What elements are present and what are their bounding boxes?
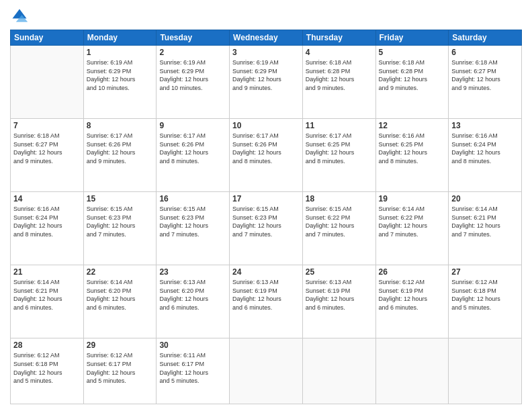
- day-number: 11: [306, 121, 373, 130]
- calendar-cell: 25Sunrise: 6:13 AM Sunset: 6:19 PM Dayli…: [302, 265, 375, 338]
- day-number: 21: [13, 267, 81, 277]
- day-number: 17: [232, 194, 300, 203]
- day-number: 20: [451, 194, 519, 203]
- day-info: Sunrise: 6:14 AM Sunset: 6:20 PM Dayligh…: [87, 278, 154, 312]
- calendar-cell: 6Sunrise: 6:18 AM Sunset: 6:27 PM Daylig…: [449, 46, 522, 119]
- day-info: Sunrise: 6:19 AM Sunset: 6:29 PM Dayligh…: [232, 58, 300, 92]
- day-number: 19: [379, 194, 446, 203]
- calendar-cell: 12Sunrise: 6:16 AM Sunset: 6:25 PM Dayli…: [375, 119, 449, 192]
- calendar-cell: 8Sunrise: 6:17 AM Sunset: 6:26 PM Daylig…: [83, 119, 157, 192]
- calendar-cell: 4Sunrise: 6:18 AM Sunset: 6:28 PM Daylig…: [302, 46, 375, 119]
- day-number: 5: [379, 48, 446, 57]
- day-number: 2: [159, 48, 226, 57]
- day-info: Sunrise: 6:16 AM Sunset: 6:24 PM Dayligh…: [13, 205, 81, 238]
- day-info: Sunrise: 6:19 AM Sunset: 6:29 PM Dayligh…: [159, 58, 226, 92]
- calendar-cell: [11, 46, 84, 119]
- calendar-cell: 3Sunrise: 6:19 AM Sunset: 6:29 PM Daylig…: [230, 46, 303, 119]
- day-info: Sunrise: 6:15 AM Sunset: 6:22 PM Dayligh…: [306, 205, 373, 238]
- weekday-header: Saturday: [449, 30, 522, 46]
- weekday-header: Wednesday: [230, 30, 303, 46]
- header: [10, 7, 522, 26]
- day-info: Sunrise: 6:17 AM Sunset: 6:26 PM Dayligh…: [87, 132, 154, 165]
- day-info: Sunrise: 6:14 AM Sunset: 6:21 PM Dayligh…: [451, 205, 519, 238]
- day-number: 3: [232, 48, 300, 57]
- calendar-cell: 15Sunrise: 6:15 AM Sunset: 6:23 PM Dayli…: [83, 192, 157, 265]
- page: SundayMondayTuesdayWednesdayThursdayFrid…: [0, 0, 532, 411]
- calendar-cell: [230, 338, 303, 404]
- day-info: Sunrise: 6:18 AM Sunset: 6:28 PM Dayligh…: [306, 58, 373, 92]
- day-info: Sunrise: 6:13 AM Sunset: 6:20 PM Dayligh…: [159, 278, 226, 312]
- day-info: Sunrise: 6:15 AM Sunset: 6:23 PM Dayligh…: [87, 205, 154, 238]
- day-info: Sunrise: 6:12 AM Sunset: 6:18 PM Dayligh…: [451, 278, 519, 312]
- day-info: Sunrise: 6:18 AM Sunset: 6:27 PM Dayligh…: [13, 132, 81, 165]
- calendar-cell: 30Sunrise: 6:11 AM Sunset: 6:17 PM Dayli…: [157, 338, 230, 404]
- day-number: 23: [159, 267, 226, 277]
- calendar-cell: [449, 338, 522, 404]
- day-number: 9: [159, 121, 226, 130]
- weekday-header: Friday: [375, 30, 449, 46]
- day-info: Sunrise: 6:15 AM Sunset: 6:23 PM Dayligh…: [159, 205, 226, 238]
- weekday-header: Monday: [83, 30, 157, 46]
- calendar-cell: 17Sunrise: 6:15 AM Sunset: 6:23 PM Dayli…: [230, 192, 303, 265]
- calendar-cell: 5Sunrise: 6:18 AM Sunset: 6:28 PM Daylig…: [375, 46, 449, 119]
- weekday-header: Tuesday: [157, 30, 230, 46]
- day-number: 16: [159, 194, 226, 203]
- day-number: 1: [87, 48, 154, 57]
- day-number: 22: [87, 267, 154, 277]
- calendar-cell: 9Sunrise: 6:17 AM Sunset: 6:26 PM Daylig…: [157, 119, 230, 192]
- calendar-cell: 22Sunrise: 6:14 AM Sunset: 6:20 PM Dayli…: [83, 265, 157, 338]
- day-number: 30: [159, 340, 226, 350]
- day-number: 24: [232, 267, 300, 277]
- calendar-cell: 14Sunrise: 6:16 AM Sunset: 6:24 PM Dayli…: [11, 192, 84, 265]
- day-info: Sunrise: 6:18 AM Sunset: 6:27 PM Dayligh…: [451, 58, 519, 92]
- day-number: 7: [13, 121, 81, 130]
- day-info: Sunrise: 6:11 AM Sunset: 6:17 PM Dayligh…: [159, 351, 226, 385]
- calendar-cell: 24Sunrise: 6:13 AM Sunset: 6:19 PM Dayli…: [230, 265, 303, 338]
- calendar-cell: 7Sunrise: 6:18 AM Sunset: 6:27 PM Daylig…: [11, 119, 84, 192]
- logo-icon: [10, 7, 29, 26]
- calendar-cell: 18Sunrise: 6:15 AM Sunset: 6:22 PM Dayli…: [302, 192, 375, 265]
- day-info: Sunrise: 6:13 AM Sunset: 6:19 PM Dayligh…: [306, 278, 373, 312]
- calendar-cell: 28Sunrise: 6:12 AM Sunset: 6:18 PM Dayli…: [11, 338, 84, 404]
- calendar-cell: 13Sunrise: 6:16 AM Sunset: 6:24 PM Dayli…: [449, 119, 522, 192]
- day-info: Sunrise: 6:17 AM Sunset: 6:25 PM Dayligh…: [306, 132, 373, 165]
- calendar-cell: 26Sunrise: 6:12 AM Sunset: 6:19 PM Dayli…: [375, 265, 449, 338]
- day-info: Sunrise: 6:18 AM Sunset: 6:28 PM Dayligh…: [379, 58, 446, 92]
- day-info: Sunrise: 6:17 AM Sunset: 6:26 PM Dayligh…: [159, 132, 226, 165]
- calendar-table: SundayMondayTuesdayWednesdayThursdayFrid…: [10, 30, 522, 404]
- day-number: 25: [306, 267, 373, 277]
- day-number: 6: [451, 48, 519, 57]
- logo: [10, 7, 30, 26]
- day-info: Sunrise: 6:12 AM Sunset: 6:17 PM Dayligh…: [87, 351, 154, 385]
- day-info: Sunrise: 6:14 AM Sunset: 6:22 PM Dayligh…: [379, 205, 446, 238]
- weekday-header: Sunday: [11, 30, 84, 46]
- day-info: Sunrise: 6:12 AM Sunset: 6:18 PM Dayligh…: [13, 351, 81, 385]
- day-info: Sunrise: 6:16 AM Sunset: 6:25 PM Dayligh…: [379, 132, 446, 165]
- calendar-cell: 23Sunrise: 6:13 AM Sunset: 6:20 PM Dayli…: [157, 265, 230, 338]
- day-number: 18: [306, 194, 373, 203]
- calendar-cell: 29Sunrise: 6:12 AM Sunset: 6:17 PM Dayli…: [83, 338, 157, 404]
- calendar-cell: [302, 338, 375, 404]
- day-info: Sunrise: 6:13 AM Sunset: 6:19 PM Dayligh…: [232, 278, 300, 312]
- day-number: 28: [13, 340, 81, 350]
- svg-marker-0: [13, 9, 27, 19]
- calendar-cell: 16Sunrise: 6:15 AM Sunset: 6:23 PM Dayli…: [157, 192, 230, 265]
- calendar-cell: 1Sunrise: 6:19 AM Sunset: 6:29 PM Daylig…: [83, 46, 157, 119]
- calendar-cell: 27Sunrise: 6:12 AM Sunset: 6:18 PM Dayli…: [449, 265, 522, 338]
- calendar-cell: 10Sunrise: 6:17 AM Sunset: 6:26 PM Dayli…: [230, 119, 303, 192]
- calendar-cell: 21Sunrise: 6:14 AM Sunset: 6:21 PM Dayli…: [11, 265, 84, 338]
- weekday-header: Thursday: [302, 30, 375, 46]
- day-number: 14: [13, 194, 81, 203]
- day-info: Sunrise: 6:15 AM Sunset: 6:23 PM Dayligh…: [232, 205, 300, 238]
- day-info: Sunrise: 6:16 AM Sunset: 6:24 PM Dayligh…: [451, 132, 519, 165]
- day-info: Sunrise: 6:17 AM Sunset: 6:26 PM Dayligh…: [232, 132, 300, 165]
- calendar-cell: [375, 338, 449, 404]
- day-info: Sunrise: 6:19 AM Sunset: 6:29 PM Dayligh…: [87, 58, 154, 92]
- day-number: 13: [451, 121, 519, 130]
- calendar-cell: 11Sunrise: 6:17 AM Sunset: 6:25 PM Dayli…: [302, 119, 375, 192]
- day-number: 4: [306, 48, 373, 57]
- day-number: 8: [87, 121, 154, 130]
- day-number: 15: [87, 194, 154, 203]
- day-number: 10: [232, 121, 300, 130]
- day-number: 27: [451, 267, 519, 277]
